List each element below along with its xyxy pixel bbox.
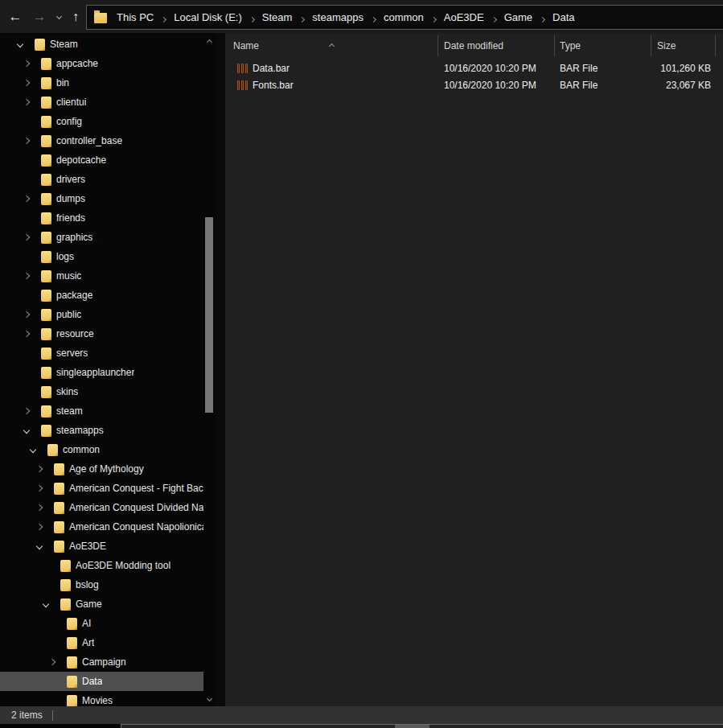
tree-item-package[interactable]: package [0, 286, 203, 305]
up-icon[interactable]: ↑ [66, 0, 85, 33]
tree-item-art[interactable]: Art [0, 633, 203, 652]
tree-item-steam[interactable]: Steam [0, 35, 203, 54]
tree-item-aoe3de-modding-tool[interactable]: AoE3DE Modding tool [0, 556, 203, 575]
tree-item-steamapps[interactable]: steamapps [0, 421, 203, 440]
tree-item-bslog[interactable]: bslog [0, 575, 203, 594]
breadcrumb-separator-icon[interactable] [250, 10, 254, 25]
tree-item-american-conquest-divided-nation[interactable]: American Conquest Divided Nation [0, 498, 203, 517]
chevron-right-icon[interactable] [47, 660, 57, 664]
tree-item-common[interactable]: common [0, 440, 203, 459]
chevron-right-icon[interactable] [22, 100, 31, 105]
tree-item-label: appcache [56, 58, 98, 69]
scrollbar-up-icon[interactable] [203, 35, 215, 48]
tree-item-resource[interactable]: resource [0, 324, 203, 343]
column-header-type[interactable]: Type [555, 35, 651, 56]
breadcrumb-item-game[interactable]: Game [503, 11, 534, 23]
chevron-down-icon[interactable] [15, 42, 25, 47]
forward-icon[interactable]: → [29, 0, 50, 33]
tree-item-logs[interactable]: logs [0, 247, 203, 266]
tree-item-appcache[interactable]: appcache [0, 54, 203, 73]
chevron-right-icon[interactable] [22, 274, 31, 278]
tree-item-controller-base[interactable]: controller_base [0, 131, 203, 150]
breadcrumb-separator-icon[interactable] [540, 10, 544, 25]
breadcrumb-item-data[interactable]: Data [551, 11, 576, 23]
tree-item-aoe3de[interactable]: AoE3DE [0, 537, 203, 556]
tree-scrollbar-thumb[interactable] [205, 217, 213, 413]
address-bar[interactable]: This PCLocal Disk (E:)Steamsteamappscomm… [86, 5, 723, 30]
tree-item-data[interactable]: Data [0, 672, 203, 691]
file-row-data-bar[interactable]: Data.bar10/16/2020 10:20 PMBAR File101,2… [225, 60, 723, 76]
explorer-main: Steamappcachebinclientuiconfigcontroller… [0, 33, 723, 706]
breadcrumb-item-steam[interactable]: Steam [261, 11, 294, 23]
chevron-right-icon[interactable] [22, 196, 31, 201]
tree-item-music[interactable]: music [0, 266, 203, 286]
back-icon[interactable]: ← [5, 0, 26, 33]
tree-item-clientui[interactable]: clientui [0, 93, 203, 112]
tree-item-label: friends [56, 212, 85, 224]
tree-item-servers[interactable]: servers [0, 343, 203, 363]
chevron-right-icon[interactable] [22, 61, 31, 66]
tree-item-ai[interactable]: AI [0, 614, 203, 633]
bar-file-icon [237, 64, 248, 73]
sort-ascending-icon[interactable] [330, 37, 334, 51]
tree-item-graphics[interactable]: graphics [0, 228, 203, 247]
tree-item-label: Campaign [82, 656, 126, 668]
horizontal-scrollbar[interactable] [121, 724, 723, 728]
tree-item-american-conquest-napolionica[interactable]: American Conquest Napolionica [0, 517, 203, 537]
tree-item-label: Movies [82, 695, 113, 706]
tree-item-movies[interactable]: Movies [0, 691, 203, 706]
scrollbar-down-icon[interactable] [203, 692, 215, 705]
tree-item-public[interactable]: public [0, 305, 203, 324]
breadcrumb-separator-icon[interactable] [432, 10, 436, 25]
chevron-right-icon[interactable] [22, 409, 31, 413]
tree-item-skins[interactable]: skins [0, 382, 203, 401]
chevron-right-icon[interactable] [35, 524, 44, 529]
chevron-right-icon[interactable] [35, 467, 44, 471]
tree-item-steam[interactable]: steam [0, 401, 203, 421]
chevron-right-icon[interactable] [22, 331, 31, 336]
chevron-right-icon[interactable] [22, 235, 31, 240]
file-row-fonts-bar[interactable]: Fonts.bar10/16/2020 10:20 PMBAR File23,0… [225, 76, 723, 93]
breadcrumb-separator-icon[interactable] [492, 10, 496, 25]
breadcrumb-separator-icon[interactable] [372, 10, 376, 25]
chevron-down-icon[interactable] [28, 447, 38, 452]
breadcrumb-item-common[interactable]: common [382, 11, 425, 23]
file-name-label: Fonts.bar [253, 80, 294, 91]
tree-item-singleapplauncher[interactable]: singleapplauncher [0, 363, 203, 382]
tree-item-label: Art [82, 637, 94, 648]
chevron-down-icon[interactable] [22, 428, 31, 433]
tree-item-friends[interactable]: friends [0, 208, 203, 228]
folder-icon [41, 212, 51, 224]
breadcrumb-item-local-disk-e[interactable]: Local Disk (E:) [172, 11, 244, 23]
tree-item-bin[interactable]: bin [0, 73, 203, 93]
chevron-down-icon[interactable] [41, 602, 51, 607]
breadcrumb-separator-icon[interactable] [300, 10, 304, 25]
breadcrumb-item-steamapps[interactable]: steamapps [310, 11, 365, 23]
breadcrumb-item-aoe3de[interactable]: AoE3DE [442, 11, 486, 23]
folder-icon [41, 232, 51, 244]
tree-scrollbar[interactable] [203, 33, 215, 706]
folder-icon [41, 270, 51, 282]
chevron-right-icon[interactable] [22, 138, 31, 143]
tree-item-campaign[interactable]: Campaign [0, 652, 203, 672]
tree-item-dumps[interactable]: dumps [0, 189, 203, 208]
tree-item-depotcache[interactable]: depotcache [0, 150, 203, 170]
tree-item-drivers[interactable]: drivers [0, 170, 203, 189]
chevron-right-icon[interactable] [35, 505, 44, 510]
chevron-right-icon[interactable] [22, 80, 31, 85]
horizontal-scrollbar-thumb[interactable] [395, 725, 429, 728]
tree-item-american-conquest-fight-back[interactable]: American Conquest - Fight Back [0, 479, 203, 498]
breadcrumb-item-this-pc[interactable]: This PC [115, 11, 155, 23]
recent-locations-chevron-icon[interactable] [51, 0, 66, 33]
tree-item-label: singleapplauncher [56, 367, 134, 378]
tree-item-age-of-mythology[interactable]: Age of Mythology [0, 459, 203, 479]
tree-item-config[interactable]: config [0, 112, 203, 131]
chevron-right-icon[interactable] [35, 486, 44, 491]
chevron-right-icon[interactable] [22, 312, 31, 317]
column-header-size[interactable]: Size [651, 35, 716, 56]
chevron-down-icon[interactable] [35, 544, 44, 549]
breadcrumb-separator-icon[interactable] [162, 10, 166, 25]
column-header-date-modified[interactable]: Date modified [438, 35, 555, 56]
tree-item-label: Game [76, 598, 102, 610]
tree-item-game[interactable]: Game [0, 594, 203, 614]
